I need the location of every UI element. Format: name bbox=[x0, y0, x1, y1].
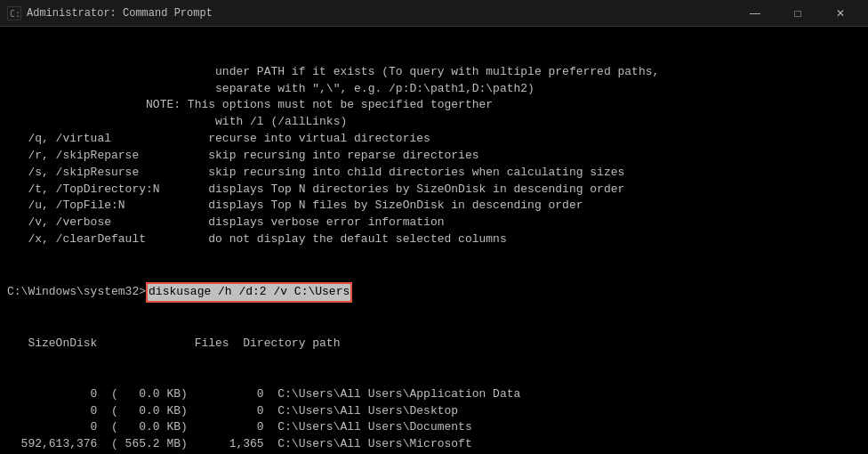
app-icon: C: bbox=[7, 6, 21, 20]
pre-line: under PATH if it exists (To query with m… bbox=[7, 64, 861, 81]
window-controls: — □ ✕ bbox=[735, 0, 861, 27]
table-header-row: SizeOnDisk Files Directory path bbox=[7, 336, 861, 353]
pre-line: with /l (/allLinks) bbox=[7, 114, 861, 131]
maximize-button[interactable]: □ bbox=[777, 0, 818, 27]
table-row: 0 ( 0.0 KB) 0 C:\Users\All Users\Applica… bbox=[7, 386, 861, 403]
table-row: 0 ( 0.0 KB) 0 C:\Users\All Users\Documen… bbox=[7, 419, 861, 436]
title-bar: C: Administrator: Command Prompt — □ ✕ bbox=[0, 0, 868, 27]
pre-line: /t, /TopDirectory:N displays Top N direc… bbox=[7, 182, 861, 199]
pre-line: /x, /clearDefault do not display the def… bbox=[7, 231, 861, 248]
pre-line: /u, /TopFile:N displays Top N files by S… bbox=[7, 198, 861, 215]
close-button[interactable]: ✕ bbox=[820, 0, 861, 27]
window-title: Administrator: Command Prompt bbox=[27, 7, 213, 20]
pre-line: NOTE: This options must not be specified… bbox=[7, 97, 861, 114]
pre-line: /s, /skipResurse skip recursing into chi… bbox=[7, 165, 861, 182]
title-bar-left: C: Administrator: Command Prompt bbox=[7, 6, 213, 20]
minimize-button[interactable]: — bbox=[735, 0, 776, 27]
prompt: C:\Windows\system32> bbox=[7, 284, 146, 301]
terminal-body: under PATH if it exists (To query with m… bbox=[0, 27, 868, 454]
table-rows: 0 ( 0.0 KB) 0 C:\Users\All Users\Applica… bbox=[7, 386, 861, 454]
pre-lines: under PATH if it exists (To query with m… bbox=[7, 64, 861, 248]
table-row: 592,613,376 ( 565.2 MB) 1,365 C:\Users\A… bbox=[7, 436, 861, 453]
pre-line: /r, /skipReparse skip recursing into rep… bbox=[7, 148, 861, 165]
pre-line: /q, /virtual recurse into virtual direct… bbox=[7, 131, 861, 148]
command-line: C:\Windows\system32>diskusage /h /d:2 /v… bbox=[7, 282, 861, 303]
pre-line: separate with ",\", e.g. /p:D:\path1,D:\… bbox=[7, 81, 861, 98]
table-header: SizeOnDisk Files Directory path bbox=[7, 336, 861, 353]
pre-line: /v, /verbose displays verbose error info… bbox=[7, 215, 861, 231]
command-highlight: diskusage /h /d:2 /v C:\Users bbox=[146, 282, 352, 303]
table-row: 0 ( 0.0 KB) 0 C:\Users\All Users\Desktop bbox=[7, 403, 861, 420]
svg-text:C:: C: bbox=[10, 9, 20, 19]
